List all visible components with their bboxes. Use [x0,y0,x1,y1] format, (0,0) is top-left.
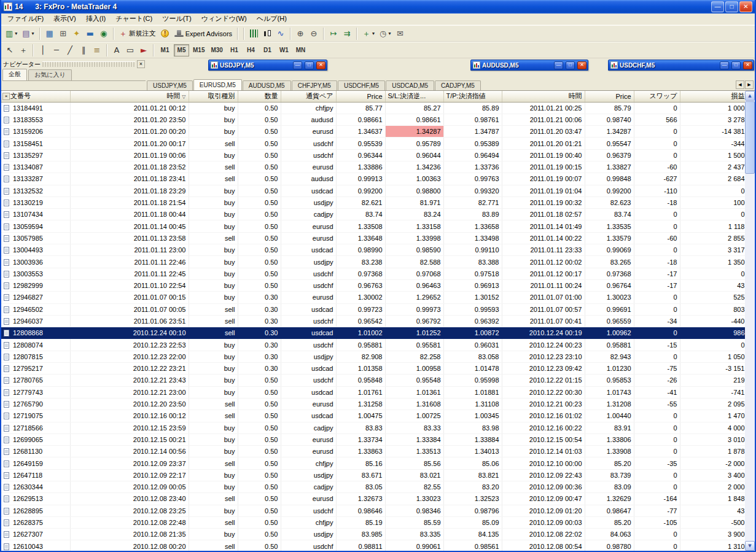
table-row[interactable]: 131844912011.01.21 00:12buy0.50chfjpy85.… [1,102,747,114]
periods-button[interactable]: ◷▾ [377,27,393,41]
vertical-scrollbar[interactable]: ▲ ▼ [745,91,755,551]
terminal-button[interactable]: ▬ [84,27,97,41]
chart-shift-button[interactable]: ⇉ [340,27,354,41]
table-row[interactable]: 131325322011.01.18 23:29buy0.50usdcad0.9… [1,185,747,196]
tp-header[interactable]: T/P:決済指値 [443,91,502,102]
chart-window-usdchf-m5[interactable]: USDCHF,M5—□✕ [608,60,754,71]
indicators-button[interactable]: ＋▾ [360,27,377,41]
type-header[interactable]: 取引種別 [189,91,238,102]
table-row[interactable]: 126288952010.12.08 23:25buy0.50usdchf0.9… [1,505,747,516]
vertical-line-button[interactable]: │ [36,44,50,57]
history-close-button[interactable]: × [2,93,10,100]
table-row[interactable]: 129460372011.01.06 23:51sell0.30usdchf0.… [1,315,747,327]
chart-window-usdjpy-m5[interactable]: USDJPY,M5—□✕ [208,60,327,71]
navigator-tab-common[interactable]: 全般 [2,69,27,80]
table-row[interactable]: 131592062011.01.20 00:20buy0.50eurusd1.3… [1,126,747,138]
maximize-button[interactable]: □ [731,61,741,69]
zoom-out-button[interactable]: ⊖ [307,27,321,41]
table-row[interactable]: 127797432010.12.21 23:00buy0.50usdcad1.0… [1,386,747,398]
timeframe-w1-button[interactable]: W1 [276,44,292,56]
table-row[interactable]: 131332872011.01.18 23:41sell0.50audusd0.… [1,173,747,185]
metaeditor-button[interactable]: ! [158,27,172,41]
table-row[interactable]: 131352972011.01.19 00:06buy0.50usdchf0.9… [1,149,747,161]
menu-help[interactable]: ヘルプ(H) [252,13,292,25]
profit-header[interactable]: 損益 [680,91,747,102]
table-row[interactable]: 131584512011.01.20 00:17sell0.50usdchf0.… [1,138,747,149]
table-row[interactable]: 127807652010.12.21 23:43buy0.50usdchf0.9… [1,375,747,386]
table-row[interactable]: 127952172010.12.22 23:21buy0.30usdcad1.0… [1,363,747,375]
text-button[interactable]: A [110,44,123,57]
table-row[interactable]: 127185662010.12.15 23:59buy0.50cadjpy83.… [1,422,747,433]
profiles-button[interactable]: ▤▾ [20,27,36,41]
table-row[interactable]: 127190752010.12.16 00:12sell0.50usdcad1.… [1,410,747,422]
close-time-header[interactable]: 時間 [502,91,585,102]
chart-tab-cadjpy-m5[interactable]: CADJPY,M5 [435,80,481,90]
cursor-button[interactable]: ↖ [3,44,17,57]
table-row[interactable]: 130579852011.01.13 23:58sell0.50eurusd1.… [1,232,747,244]
table-row[interactable]: 130595942011.01.14 00:45buy0.50eurusd1.3… [1,220,747,232]
table-row[interactable]: 129829992011.01.10 22:54buy0.50usdchf0.9… [1,279,747,291]
navigator-tab-favorites[interactable]: お気に入り [28,69,72,80]
table-row[interactable]: 131340872011.01.18 23:52sell0.50eurusd1.… [1,161,747,173]
data-window-button[interactable]: ⊞ [57,27,70,41]
arrows-button[interactable]: ► [137,44,150,57]
scroll-down-button[interactable]: ▼ [745,541,755,551]
trendline-button[interactable]: ╱ [63,44,77,57]
menu-window[interactable]: ウィンドウ(W) [197,13,252,25]
minimize-button[interactable]: — [293,61,302,69]
open-time-header[interactable]: 時間▽ [70,91,189,102]
table-row[interactable]: 128080742010.12.23 22:53buy0.30usdchf0.9… [1,339,747,351]
table-row[interactable]: 130035532011.01.11 22:45buy0.50usdchf0.9… [1,268,747,279]
table-row[interactable]: 126990652010.12.15 00:21buy0.50eurusd1.3… [1,433,747,445]
navigator-button[interactable]: ✦ [70,27,84,41]
close-price-header[interactable]: Price [585,91,634,102]
table-row[interactable]: 130044932011.01.11 23:00buy0.50usdcad0.9… [1,244,747,256]
chart-tab-usdchf-m5[interactable]: USDCHF,M5 [338,80,385,90]
minimize-button[interactable]: — [711,1,724,12]
table-row[interactable]: 126273072010.12.08 21:35buy0.50usdjpy83.… [1,529,747,540]
timeframe-m30-button[interactable]: M30 [208,44,225,56]
channel-button[interactable]: ∥ [77,44,90,57]
timeframe-h1-button[interactable]: H1 [227,44,242,56]
chart-tab-eurusd-m5[interactable]: EURUSD,M5 [193,79,242,90]
market-watch-button[interactable]: ▦ [43,27,57,41]
chart-tab-usdjpy-m5[interactable]: USDJPY,M5 [147,80,193,90]
table-row[interactable]: 129465022011.01.07 00:05sell0.30usdcad0.… [1,303,747,315]
zoom-in-button[interactable]: ⊕ [294,27,307,41]
menu-charts[interactable]: チャート(C) [111,13,157,25]
close-button[interactable]: ✕ [577,61,586,69]
drag-grip[interactable] [42,61,135,67]
tab-scroll-left-button[interactable]: ◀ [736,80,744,89]
table-row[interactable]: 126303442010.12.09 00:05buy0.50cadjpy83.… [1,481,747,493]
table-row[interactable]: 130039362011.01.11 22:46buy0.50usdjpy83.… [1,256,747,268]
auto-scroll-button[interactable]: ↦ [327,27,340,41]
menu-view[interactable]: 表示(V) [49,13,81,25]
bar-chart-button[interactable] [247,27,260,41]
order-header[interactable]: 注文番号 [1,91,70,102]
timeframe-h4-button[interactable]: H4 [243,44,259,56]
crosshair-button[interactable]: ＋ [17,44,30,57]
timeframe-m15-button[interactable]: M15 [190,44,207,56]
menu-file[interactable]: ファイル(F) [2,13,49,25]
chart-window-audusd-m5[interactable]: AUDUSD,M5—□✕ [470,60,588,71]
table-row[interactable]: 128088682010.12.24 00:10sell0.30usdcad1.… [1,327,747,339]
fibonacci-button[interactable]: ≡ [90,44,104,57]
chart-tab-chfjpy-m5[interactable]: CHFJPY,M5 [292,80,337,90]
table-row[interactable]: 126811302010.12.14 00:56buy0.50eurusd1.3… [1,446,747,457]
line-chart-button[interactable]: ∿ [274,27,287,41]
volume-header[interactable]: 数量 [238,91,281,102]
new-chart-button[interactable]: ▥▾ [3,27,20,41]
menu-tools[interactable]: ツール(T) [157,13,197,25]
tab-scroll-right-button[interactable]: ▶ [745,80,754,89]
horizontal-line-button[interactable]: ─ [50,44,63,57]
table-row[interactable]: 127657902010.12.20 23:50sell0.50eurusd1.… [1,398,747,410]
navigator-close-button[interactable]: × [137,60,145,68]
table-row[interactable]: 131074342011.01.18 00:44buy0.50cadjpy83.… [1,209,747,220]
new-order-button[interactable]: ＋新規注文 [117,27,158,41]
close-button[interactable]: ✕ [316,61,325,69]
close-button[interactable]: ✕ [739,1,752,12]
table-row[interactable]: 129468272011.01.07 00:15buy0.30eurusd1.3… [1,292,747,303]
timeframe-d1-button[interactable]: D1 [260,44,275,56]
maximize-button[interactable]: □ [305,61,314,69]
templates-button[interactable]: ✉ [393,27,407,41]
